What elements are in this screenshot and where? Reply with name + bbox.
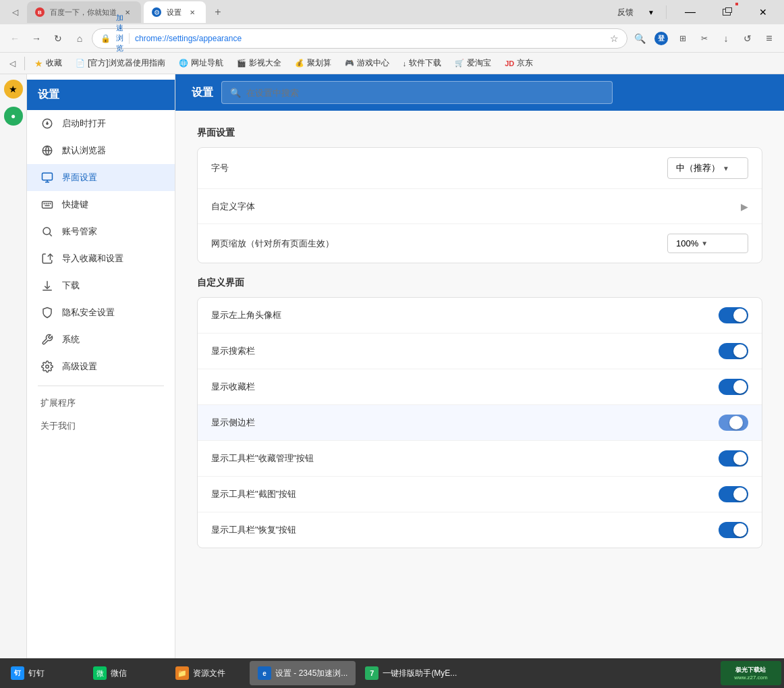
- show-bookmark-mgr-row: 显示工具栏"收藏管理"按钮: [198, 441, 762, 477]
- nav-item-system[interactable]: 系统: [27, 326, 175, 353]
- svg-rect-5: [43, 173, 53, 180]
- show-restore-label: 显示工具栏"恢复"按钮: [211, 524, 719, 536]
- taskbar-dingding[interactable]: 钉 钉钉: [3, 661, 84, 685]
- sidebar-green-btn[interactable]: ●: [4, 107, 23, 126]
- bookmarks-toggle[interactable]: ◁: [5, 57, 19, 70]
- bookmark-nav[interactable]: 🌐 网址导航: [175, 56, 227, 70]
- shield-icon: [40, 306, 54, 319]
- nav-item-download-label: 下载: [62, 280, 80, 292]
- star-icon[interactable]: ☆: [610, 33, 619, 44]
- bookmark-nav-label: 网址导航: [191, 57, 223, 69]
- home-button[interactable]: ⌂: [70, 29, 89, 48]
- nav-item-shortcuts[interactable]: 快捷键: [27, 191, 175, 218]
- show-avatar-row: 显示左上角头像框: [198, 298, 762, 334]
- font-size-label: 字号: [211, 162, 667, 174]
- show-screenshot-row: 显示工具栏"截图"按钮: [198, 477, 762, 512]
- show-bookmark-mgr-toggle[interactable]: [719, 450, 748, 467]
- close-button[interactable]: ✕: [748, 0, 779, 24]
- site-lock-icon: 🔒: [101, 34, 111, 43]
- show-bookmarks-toggle[interactable]: [719, 379, 748, 395]
- zoom-select[interactable]: 100% ▼: [667, 234, 748, 253]
- tab-baidu-favicon: B: [35, 7, 45, 17]
- new-tab-button[interactable]: +: [208, 3, 227, 22]
- sidebar-toggle-btn[interactable]: ◁: [5, 3, 24, 22]
- taskbar-files-label: 资源文件: [193, 668, 225, 679]
- forward-button[interactable]: →: [27, 29, 46, 48]
- custom-section-title: 自定义界面: [197, 277, 762, 289]
- sidebar-about-link[interactable]: 关于我们: [27, 415, 175, 438]
- show-search-row: 显示搜索栏: [198, 334, 762, 369]
- bookmark-juhua[interactable]: 💰 聚划算: [291, 56, 335, 70]
- nav-item-account[interactable]: 账号管家: [27, 218, 175, 245]
- tab-settings-close[interactable]: ✕: [187, 7, 198, 18]
- nav-item-account-label: 账号管家: [62, 226, 97, 238]
- custom-settings-card: 显示左上角头像框 显示搜索栏 显示收藏栏: [197, 297, 762, 548]
- minimize-button[interactable]: —: [675, 0, 706, 24]
- show-sidebar-toggle[interactable]: [719, 415, 748, 431]
- aitaobao-icon: 🛒: [455, 59, 464, 68]
- nav-item-startup[interactable]: 启动时打开: [27, 110, 175, 137]
- feedback-dropdown[interactable]: ▼: [644, 5, 658, 19]
- separator: [666, 5, 667, 19]
- grid-btn[interactable]: ⊞: [673, 29, 692, 48]
- settings-search-input[interactable]: [246, 88, 604, 98]
- settings-content-area: 设置 🔍 界面设置 字号 中（推荐）: [175, 74, 784, 658]
- nav-item-privacy[interactable]: 隐私安全设置: [27, 299, 175, 326]
- settings-page-title: 设置: [192, 86, 213, 100]
- scissors-btn[interactable]: ✂: [695, 29, 714, 48]
- taskbar-myeclipse[interactable]: 7 一键排版助手(MyE...: [357, 661, 465, 685]
- show-restore-toggle[interactable]: [719, 522, 748, 538]
- sidebar-star-btn[interactable]: ★: [4, 80, 23, 99]
- sidebar-extensions-link[interactable]: 扩展程序: [27, 392, 175, 415]
- profile-btn[interactable]: 登: [652, 29, 671, 48]
- download-btn[interactable]: ↓: [717, 29, 735, 48]
- bookmark-game-label: 游戏中心: [357, 57, 389, 69]
- settings-search-bar[interactable]: 🔍: [221, 81, 613, 104]
- nav-item-default-browser[interactable]: 默认浏览器: [27, 137, 175, 164]
- nav-item-appearance[interactable]: 界面设置: [27, 164, 175, 191]
- show-screenshot-knob: [733, 487, 747, 501]
- reload-button[interactable]: ↻: [49, 29, 67, 48]
- taskbar-logo[interactable]: 极光下载站 www.z27.com: [721, 661, 781, 685]
- bookmark-video[interactable]: 🎬 影视大全: [233, 56, 285, 70]
- custom-font-row[interactable]: 自定义字体 ▶: [198, 189, 762, 224]
- feedback-btn[interactable]: 反馈: [612, 5, 639, 20]
- nav-item-import[interactable]: 导入收藏和设置: [27, 245, 175, 272]
- show-search-toggle[interactable]: [719, 343, 748, 359]
- taskbar-wechat[interactable]: 微 微信: [85, 661, 166, 685]
- font-size-select[interactable]: 中（推荐） ▼: [667, 157, 748, 179]
- back-button[interactable]: ←: [5, 29, 24, 48]
- menu-btn[interactable]: ≡: [760, 29, 779, 48]
- tab-baidu[interactable]: B 百度一下，你就知道 ✕: [27, 1, 141, 23]
- show-avatar-toggle[interactable]: [719, 307, 748, 323]
- taskbar: 钉 钉钉 微 微信 📁 资源文件 e 设置 - 2345加速浏... 7: [0, 658, 784, 688]
- address-bar[interactable]: 🔒 加速浏览器 chrome://settings/appearance ☆: [92, 28, 627, 49]
- bookmark-game[interactable]: 🎮 游戏中心: [341, 56, 393, 70]
- dingding-icon: 钉: [11, 666, 24, 680]
- search-account-icon: [40, 225, 54, 238]
- restore-button[interactable]: [711, 0, 742, 24]
- bookmark-software[interactable]: ↓ 软件下载: [399, 56, 446, 70]
- tab-baidu-close[interactable]: ✕: [122, 7, 133, 18]
- taskbar-files[interactable]: 📁 资源文件: [167, 661, 248, 685]
- taskbar-browser[interactable]: e 设置 - 2345加速浏...: [250, 661, 356, 685]
- address-text[interactable]: chrome://settings/appearance: [135, 34, 605, 43]
- nav-item-advanced[interactable]: 高级设置: [27, 353, 175, 380]
- bookmark-favorites[interactable]: ★ 收藏: [30, 56, 66, 70]
- bookmark-aitaobao[interactable]: 🛒 爱淘宝: [451, 56, 495, 70]
- zoom-control: 100% ▼: [667, 234, 748, 253]
- juhua-icon: 💰: [295, 59, 304, 68]
- bookmark-favorites-label: 收藏: [46, 57, 62, 69]
- bookmark-guide[interactable]: 📄 [官方]浏览器使用指南: [72, 56, 169, 70]
- undo-btn[interactable]: ↺: [738, 29, 757, 48]
- nav-item-download[interactable]: 下载: [27, 272, 175, 299]
- bookmark-jd[interactable]: JD 京东: [501, 56, 537, 70]
- font-size-control: 中（推荐） ▼: [667, 157, 748, 179]
- show-screenshot-toggle[interactable]: [719, 486, 748, 502]
- tab-settings[interactable]: ⚙ 设置 ✕: [144, 1, 206, 23]
- tab-baidu-label: 百度一下，你就知道: [50, 7, 117, 18]
- nav-item-shortcuts-label: 快捷键: [62, 199, 88, 211]
- search-nav-btn[interactable]: 🔍: [630, 29, 649, 48]
- show-sidebar-knob: [729, 416, 743, 429]
- software-icon: ↓: [403, 59, 407, 68]
